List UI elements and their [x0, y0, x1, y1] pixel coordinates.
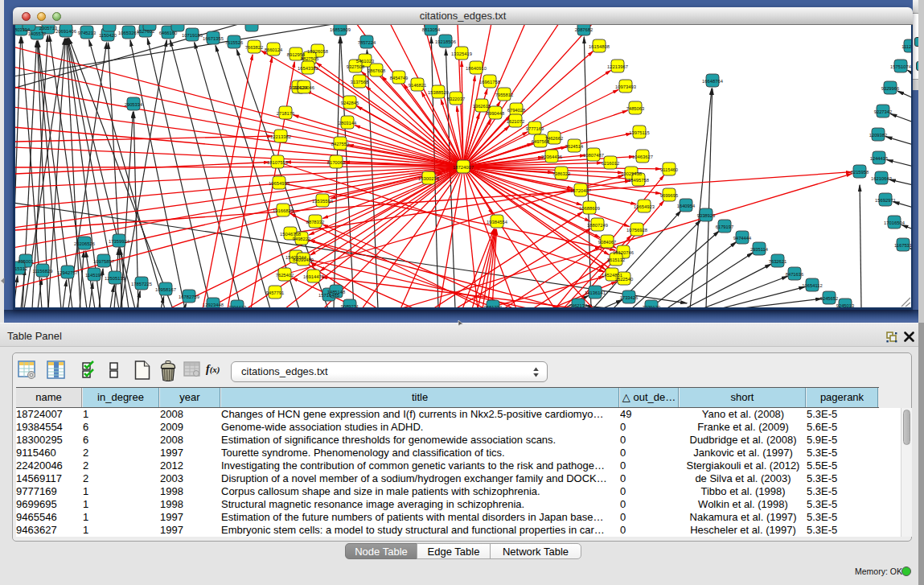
- svg-text:12942757: 12942757: [57, 270, 78, 275]
- svg-text:17359924: 17359924: [109, 239, 130, 244]
- svg-text:18495758: 18495758: [628, 178, 649, 183]
- svg-text:16210643: 16210643: [871, 176, 892, 181]
- svg-text:2867608: 2867608: [368, 68, 386, 73]
- svg-text:9474444: 9474444: [733, 236, 752, 241]
- svg-text:7663822: 7663822: [245, 45, 264, 50]
- svg-text:9089231: 9089231: [341, 304, 359, 307]
- svg-text:13325419: 13325419: [451, 51, 472, 56]
- svg-text:3137568: 3137568: [351, 80, 369, 84]
- svg-text:10463627: 10463627: [632, 154, 653, 159]
- svg-text:19654935: 19654935: [269, 181, 290, 186]
- svg-text:16782759: 16782759: [179, 295, 199, 299]
- svg-text:16961758: 16961758: [479, 80, 500, 84]
- svg-text:7625402: 7625402: [276, 273, 294, 278]
- svg-text:8878332: 8878332: [306, 220, 325, 225]
- svg-text:7515526: 7515526: [225, 40, 244, 45]
- svg-text:6497568: 6497568: [532, 139, 550, 144]
- svg-text:17857225: 17857225: [131, 282, 152, 286]
- svg-text:6179197: 6179197: [716, 225, 734, 229]
- svg-text:17016504: 17016504: [884, 220, 906, 225]
- svg-text:3624514: 3624514: [565, 144, 584, 149]
- svg-text:10025438: 10025438: [621, 171, 642, 176]
- svg-text:1640954: 1640954: [677, 204, 696, 208]
- svg-text:1621072: 1621072: [507, 119, 525, 124]
- svg-text:9115460: 9115460: [660, 167, 678, 172]
- svg-text:16154808: 16154808: [589, 44, 610, 49]
- svg-text:7632621: 7632621: [769, 259, 787, 264]
- svg-text:16853809: 16853809: [330, 27, 351, 32]
- svg-text:9827505: 9827505: [301, 56, 319, 61]
- svg-text:1167531: 1167531: [894, 243, 911, 248]
- svg-text:7386322: 7386322: [552, 171, 571, 176]
- svg-text:9245013: 9245013: [836, 303, 855, 307]
- svg-text:15300275: 15300275: [418, 176, 439, 181]
- svg-text:5461023: 5461023: [356, 59, 375, 64]
- svg-text:10756928: 10756928: [626, 228, 647, 233]
- svg-text:1112843: 1112843: [901, 44, 911, 49]
- svg-text:15388520: 15388520: [428, 90, 449, 95]
- svg-text:19654923: 19654923: [634, 204, 655, 209]
- svg-text:2087682: 2087682: [575, 27, 593, 32]
- svg-text:10807487: 10807487: [583, 153, 604, 158]
- svg-text:18640910: 18640910: [466, 66, 487, 71]
- svg-text:835001: 835001: [18, 259, 33, 264]
- svg-text:16648764: 16648764: [702, 79, 724, 84]
- svg-text:1527602: 1527602: [137, 29, 155, 34]
- svg-text:20364436: 20364436: [541, 154, 562, 159]
- svg-text:10719185: 10719185: [182, 33, 203, 38]
- svg-text:7857224: 7857224: [358, 40, 376, 45]
- svg-text:2803144: 2803144: [339, 121, 357, 126]
- svg-text:8215958: 8215958: [851, 170, 869, 175]
- svg-text:10654112: 10654112: [802, 283, 822, 288]
- svg-text:7485063: 7485063: [626, 106, 645, 111]
- svg-text:9338923: 9338923: [697, 213, 716, 218]
- svg-text:2718176: 2718176: [277, 111, 295, 116]
- svg-text:7955812: 7955812: [495, 93, 514, 97]
- svg-text:9327508: 9327508: [347, 64, 365, 69]
- svg-text:13535594: 13535594: [312, 199, 334, 204]
- svg-text:12213382: 12213382: [270, 134, 291, 139]
- svg-text:3915312: 3915312: [15, 266, 27, 271]
- svg-text:6216012: 6216012: [602, 161, 620, 166]
- svg-text:9329966: 9329966: [881, 86, 900, 91]
- svg-text:10688609: 10688609: [579, 206, 600, 211]
- svg-text:18724007: 18724007: [453, 165, 474, 170]
- svg-text:1733426: 1733426: [620, 295, 639, 300]
- svg-text:22420046: 22420046: [294, 85, 314, 90]
- svg-text:2905334: 2905334: [125, 102, 143, 107]
- svg-text:9551234: 9551234: [484, 305, 503, 307]
- svg-text:1150420: 1150420: [99, 33, 117, 38]
- svg-text:11156829: 11156829: [33, 269, 53, 274]
- svg-text:9227342: 9227342: [874, 109, 893, 114]
- svg-text:6462137: 6462137: [569, 303, 588, 307]
- svg-text:7204413: 7204413: [228, 305, 247, 307]
- svg-text:9498222: 9498222: [293, 237, 311, 241]
- svg-text:8454749: 8454749: [390, 76, 409, 80]
- svg-text:12505135: 12505135: [105, 276, 125, 281]
- svg-text:19218506: 19218506: [435, 39, 456, 44]
- svg-text:84099489: 84099489: [293, 257, 314, 262]
- svg-text:9457791: 9457791: [266, 290, 285, 295]
- svg-text:20691406: 20691406: [55, 29, 76, 34]
- svg-text:9245652: 9245652: [820, 296, 839, 301]
- svg-text:16914479: 16914479: [303, 274, 324, 279]
- svg-text:8813054: 8813054: [422, 27, 441, 32]
- svg-text:16120746: 16120746: [613, 250, 634, 255]
- svg-text:1209382: 1209382: [869, 133, 888, 138]
- svg-text:14136141: 14136141: [585, 290, 606, 295]
- svg-text:6466160: 6466160: [159, 31, 178, 35]
- svg-text:15751074: 15751074: [890, 64, 911, 69]
- svg-text:18807249: 18807249: [587, 223, 608, 228]
- svg-text:9242845: 9242845: [341, 101, 359, 105]
- svg-text:1615132: 1615132: [607, 257, 626, 262]
- svg-text:8660124: 8660124: [265, 47, 283, 52]
- svg-text:8427552: 8427552: [331, 142, 350, 146]
- svg-text:7339120: 7339120: [643, 305, 661, 307]
- svg-text:1145194: 1145194: [85, 273, 104, 278]
- svg-text:1244415: 1244415: [870, 156, 889, 161]
- svg-text:18107553: 18107553: [267, 160, 288, 165]
- svg-text:9084067: 9084067: [598, 240, 617, 245]
- svg-text:9146821: 9146821: [409, 83, 427, 88]
- svg-text:8170061: 8170061: [327, 160, 346, 165]
- svg-text:8471636: 8471636: [786, 272, 804, 277]
